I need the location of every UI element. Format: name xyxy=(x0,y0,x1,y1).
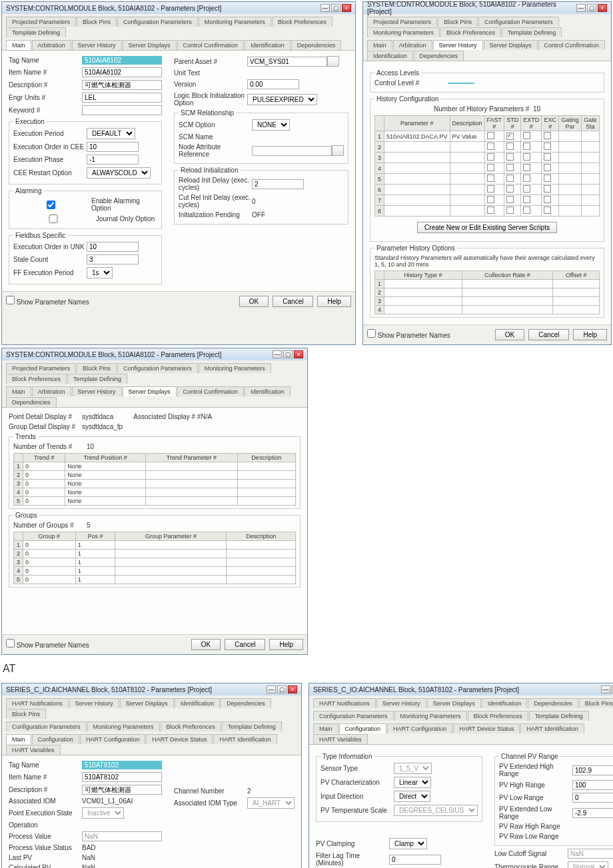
tab-monitoring-parameters[interactable]: Monitoring Parameters xyxy=(199,17,271,27)
table-row[interactable]: 4 xyxy=(375,306,600,314)
help-button[interactable]: Help xyxy=(269,639,303,650)
tab-arbitration[interactable]: Arbitration xyxy=(32,40,71,50)
tab-monitoring-parameters[interactable]: Monitoring Parameters xyxy=(87,721,160,731)
exec-order-cee-input[interactable] xyxy=(87,142,139,152)
reload-init-delay-input[interactable] xyxy=(252,179,304,189)
exec-order-unk-input[interactable] xyxy=(87,242,139,252)
tab-hart-configuration[interactable]: HART Configuration xyxy=(80,734,145,744)
tab-hart-device-status[interactable]: HART Device Status xyxy=(146,734,213,744)
tab-main[interactable]: Main xyxy=(6,40,31,50)
tab-server-displays[interactable]: Server Displays xyxy=(123,40,177,50)
tab-server-displays[interactable]: Server Displays xyxy=(484,40,538,50)
tab-block-preferences[interactable]: Block Preferences xyxy=(272,17,332,27)
tab-configuration-parameters[interactable]: Configuration Parameters xyxy=(6,721,87,731)
table-row[interactable]: 101 xyxy=(14,541,296,550)
minimize-icon[interactable]: — xyxy=(576,4,586,12)
control-level-value[interactable] xyxy=(448,83,474,84)
tab-hart-notifications[interactable]: HART Notifications xyxy=(6,698,69,708)
tab-block-preferences[interactable]: Block Preferences xyxy=(468,711,528,721)
tab-main[interactable]: Main xyxy=(6,386,31,396)
pv-ext-lo-input[interactable] xyxy=(572,808,613,818)
close-icon[interactable]: × xyxy=(598,4,607,12)
tab-identification[interactable]: Identification xyxy=(245,40,291,50)
minimize-icon[interactable]: — xyxy=(267,685,276,693)
tab-block-preferences[interactable]: Block Preferences xyxy=(6,374,67,384)
tab-main[interactable]: Main xyxy=(367,40,392,50)
close-icon[interactable]: × xyxy=(342,4,351,12)
tab-identification[interactable]: Identification xyxy=(367,51,413,61)
table-row[interactable]: 301 xyxy=(14,558,296,567)
table-row[interactable]: 30None xyxy=(14,480,296,488)
tab-template-defining[interactable]: Template Defining xyxy=(6,27,66,37)
ff-exec-period-select[interactable]: 1s xyxy=(87,267,113,278)
history-options-table[interactable]: History Type #Collection Rate #Offset # … xyxy=(374,270,600,314)
keyword-input[interactable] xyxy=(82,105,162,115)
tab-configuration-parameters[interactable]: Configuration Parameters xyxy=(117,17,198,27)
parent-asset-input[interactable] xyxy=(247,57,327,67)
tab-hart-configuration[interactable]: HART Configuration xyxy=(387,723,452,733)
item-name-input[interactable] xyxy=(82,772,162,782)
version-input[interactable] xyxy=(247,79,299,89)
tab-arbitration[interactable]: Arbitration xyxy=(32,386,71,396)
tab-server-history[interactable]: Server History xyxy=(376,698,426,708)
pv-char-select[interactable]: Linear xyxy=(394,777,431,788)
table-row[interactable]: 50None xyxy=(14,497,296,506)
minimize-icon[interactable]: — xyxy=(273,350,282,358)
table-row[interactable]: 20None xyxy=(14,471,296,480)
pv-clamping-select[interactable]: Clamp xyxy=(389,838,427,849)
tab-block-preferences[interactable]: Block Preferences xyxy=(440,27,501,37)
minimize-icon[interactable]: — xyxy=(601,685,610,693)
tab-block-preferences[interactable]: Block Preferences xyxy=(161,721,221,731)
show-param-names-checkbox[interactable]: Show Parameter Names xyxy=(6,296,89,307)
table-row[interactable]: 4 xyxy=(375,163,600,174)
table-row[interactable]: 401 xyxy=(14,567,296,576)
engr-units-input[interactable] xyxy=(82,93,162,103)
tab-template-defining[interactable]: Template Defining xyxy=(502,27,562,37)
tab-template-defining[interactable]: Template Defining xyxy=(67,374,127,384)
ok-button[interactable]: OK xyxy=(495,329,524,340)
tab-hart-notifications[interactable]: HART Notifications xyxy=(313,698,376,708)
tab-template-defining[interactable]: Template Defining xyxy=(222,721,282,731)
description-input[interactable] xyxy=(82,785,162,795)
tab-projected-parameters[interactable]: Projected Parameters xyxy=(6,363,76,373)
ok-button[interactable]: OK xyxy=(239,296,269,307)
show-param-names-checkbox[interactable]: Show Parameter Names xyxy=(6,639,89,650)
tab-dependencies[interactable]: Dependencies xyxy=(6,397,57,407)
table-row[interactable]: 1510AIA8102.DACA.PVPV Value xyxy=(375,131,600,142)
tab-server-history[interactable]: Server History xyxy=(69,698,119,708)
tab-server-displays[interactable]: Server Displays xyxy=(123,386,177,396)
exec-phase-input[interactable] xyxy=(87,155,139,165)
maximize-icon[interactable]: ▢ xyxy=(587,4,596,12)
tab-identification[interactable]: Identification xyxy=(482,698,528,708)
table-row[interactable]: 3 xyxy=(375,153,600,163)
groups-table[interactable]: Group #Pos #Group Parameter #Description… xyxy=(13,532,296,584)
description-input[interactable] xyxy=(82,80,162,90)
exec-period-select[interactable]: DEFAULT xyxy=(87,128,135,139)
table-row[interactable]: 2 xyxy=(375,288,600,297)
tab-dependencies[interactable]: Dependencies xyxy=(414,51,464,61)
browse-button-2[interactable] xyxy=(332,145,344,156)
tab-hart-variables[interactable]: HART Variables xyxy=(313,734,368,744)
tab-block-pins[interactable]: Block Pins xyxy=(579,698,613,708)
stale-count-input[interactable] xyxy=(87,254,139,264)
tab-block-pins[interactable]: Block Pins xyxy=(438,17,478,27)
tab-configuration-parameters[interactable]: Configuration Parameters xyxy=(117,363,198,373)
table-row[interactable]: 7 xyxy=(375,195,600,206)
tab-monitoring-parameters[interactable]: Monitoring Parameters xyxy=(394,711,467,721)
help-button[interactable]: Help xyxy=(573,329,607,340)
table-row[interactable]: 201 xyxy=(14,550,296,558)
tab-projected-parameters[interactable]: Projected Parameters xyxy=(6,17,76,27)
tab-server-history[interactable]: Server History xyxy=(72,40,122,50)
cancel-button[interactable]: Cancel xyxy=(528,329,569,340)
browse-button[interactable] xyxy=(327,56,339,67)
create-server-scripts-button[interactable]: Create New or Edit Existing Server Scrip… xyxy=(417,222,557,233)
cancel-button[interactable]: Cancel xyxy=(273,296,313,307)
tab-hart-identification[interactable]: HART Identification xyxy=(213,734,277,744)
tab-arbitration[interactable]: Arbitration xyxy=(393,40,432,50)
tab-configuration-parameters[interactable]: Configuration Parameters xyxy=(478,17,559,27)
filter-lag-input[interactable] xyxy=(389,855,441,865)
tab-control-confirmation[interactable]: Control Confirmation xyxy=(177,386,245,396)
tab-control-confirmation[interactable]: Control Confirmation xyxy=(538,40,606,50)
close-icon[interactable]: × xyxy=(294,350,303,358)
tab-dependencies[interactable]: Dependencies xyxy=(528,698,578,708)
